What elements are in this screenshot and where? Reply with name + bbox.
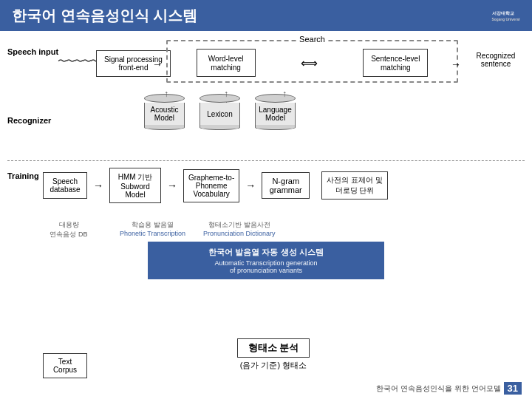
logo-area: 서강대학교 Sogang University <box>491 5 520 26</box>
text-corpus-area: Text Corpus <box>43 353 87 378</box>
daeyongryang-label: 대용량 <box>43 220 95 230</box>
right-arrow-4: → <box>167 180 177 191</box>
auto-gen-area: 한국어 발음열 자동 생성 시스템 Automatic Transcriptio… <box>148 242 384 279</box>
auto-gen-box: 한국어 발음열 자동 생성 시스템 Automatic Transcriptio… <box>148 242 384 279</box>
header-title: 한국어 연속음성인식 시스템 <box>12 6 197 26</box>
language-model-cylinder: Language Model <box>255 94 296 130</box>
cyl-bottom-3 <box>255 125 296 130</box>
svg-text:Sogang University: Sogang University <box>492 18 520 21</box>
arrow-up-language: ↑ <box>282 89 287 99</box>
lexicon-cylinder: Lexicon <box>200 94 240 130</box>
recognizer-row: Acoustic Model Lexicon Language Model <box>144 94 296 130</box>
bidirectional-arrow-icon: ⟺ <box>301 56 318 70</box>
main-content: Speech input 〜〜〜〜〜〜 Signal processing fr… <box>0 31 532 399</box>
right-arrow-1: → <box>152 58 163 70</box>
auto-gen-title: 한국어 발음열 자동 생성 시스템 <box>157 247 375 258</box>
cyl-body-3: Language Model <box>255 103 296 125</box>
acoustic-model-cylinder: Acoustic Model <box>144 94 185 130</box>
training-sub-row: 대용량 연속음성 DB 학습용 발음열 Phonetic Transcripti… <box>43 220 525 239</box>
n-gram-box: N-gram grammar <box>262 172 310 199</box>
training-sub-hyeongtae: 형태소기반 발음사전 Pronunciation Dictionary <box>203 220 276 237</box>
search-box: Search Word-level matching ⟺ Sentence-le… <box>166 40 458 83</box>
recognized-sentence: Recognized sentence <box>470 52 522 68</box>
search-inner: Word-level matching ⟺ Sentence-level mat… <box>175 49 449 77</box>
footer-badge: 한국어 연속음성인식을 위한 언어모델 31 <box>376 382 522 395</box>
cyl-body: Acoustic Model <box>144 103 185 125</box>
svg-text:서강대학교: 서강대학교 <box>492 10 514 16</box>
footer-text: 한국어 연속음성인식을 위한 언어모델 <box>376 383 500 394</box>
cyl-body-2: Lexicon <box>200 103 240 125</box>
header: 한국어 연속음성인식 시스템 서강대학교 Sogang University <box>0 0 532 31</box>
right-arrow-5: → <box>245 180 256 191</box>
word-matching-box: Word-level matching <box>197 49 256 77</box>
training-sub-db: 대용량 연속음성 DB <box>43 220 95 239</box>
hakseup-label: 학습용 발음열 <box>120 220 185 230</box>
cyl-bottom <box>144 125 185 130</box>
pronunciation-label: Pronunciation Dictionary <box>203 230 276 237</box>
training-label: Training <box>7 171 39 180</box>
training-sub-hakseup: 학습용 발음열 Phonetic Transcription <box>120 220 185 237</box>
speech-database-box: Speech database <box>43 172 87 199</box>
phonetic-label: Phonetic Transcription <box>120 230 185 237</box>
cyl-bottom-2 <box>200 125 240 130</box>
cyl-top-3 <box>255 94 296 103</box>
hmm-subword-box: HMM 기반 Subword Model <box>109 168 161 203</box>
text-corpus-box: Text Corpus <box>43 353 87 378</box>
grapheme-box: Grapheme-to- Phonemе Vocabulary <box>183 169 239 202</box>
right-arrow-2: → <box>451 58 461 70</box>
arrow-up-acoustic: ↑ <box>164 89 168 99</box>
morpheme-sub: (음가 기준) 형태소 <box>148 360 399 371</box>
speech-input-label: Speech input <box>7 47 58 56</box>
search-label: Search <box>296 35 328 44</box>
morpheme-area: 형태소 분석 (음가 기준) 형태소 <box>148 338 399 371</box>
right-arrow-3: → <box>93 180 103 191</box>
auto-gen-subtitle: Automatic Transcription generation of pr… <box>157 259 375 274</box>
university-logo-icon: 서강대학교 Sogang University <box>491 5 520 26</box>
training-row: Speech database → HMM 기반 Subword Model →… <box>43 168 388 203</box>
recognizer-label: Recognizer <box>7 116 51 125</box>
cyl-top-2 <box>200 94 240 103</box>
footer-number: 31 <box>504 382 522 395</box>
morpheme-label: 형태소 분석 <box>237 338 310 358</box>
divider-line <box>7 160 525 161</box>
sentence-matching-box: Sentence-level matching <box>363 49 428 77</box>
jisik-box: 사전의 표제어 및 더로딩 단위 <box>321 171 388 200</box>
arrow-up-lexicon: ↑ <box>224 89 228 99</box>
yeonsogeumseong-label: 연속음성 DB <box>43 230 95 239</box>
hyeongtae-label: 형태소기반 발음사전 <box>203 220 276 230</box>
